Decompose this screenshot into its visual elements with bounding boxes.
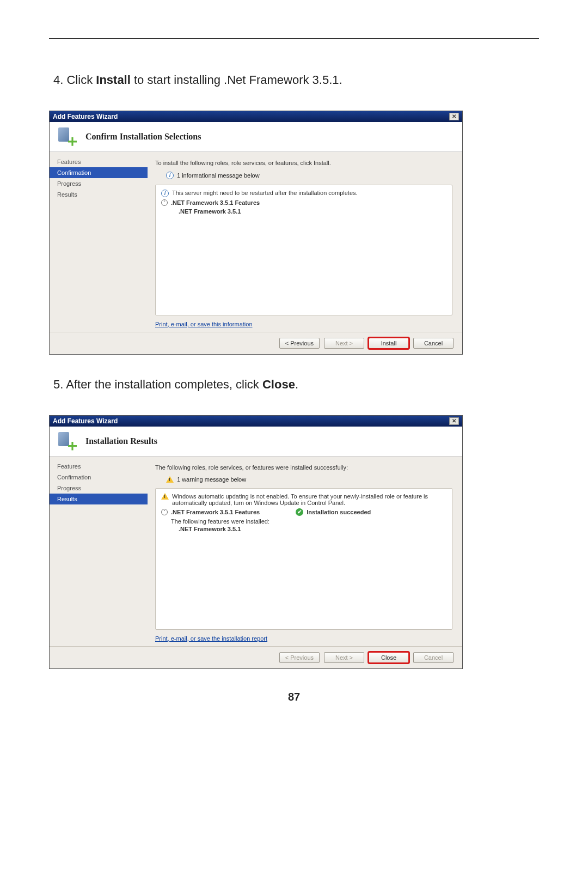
- cancel-button[interactable]: Cancel: [413, 338, 454, 349]
- previous-button[interactable]: < Previous: [279, 338, 320, 349]
- step-5-bold: Close: [262, 378, 295, 391]
- nav-progress[interactable]: Progress: [50, 178, 148, 189]
- step-4-bold: Install: [96, 73, 131, 87]
- next-button: Next >: [324, 338, 364, 349]
- step-5-number: 5.: [53, 378, 63, 391]
- close-icon[interactable]: ✕: [449, 113, 459, 120]
- cancel-button: Cancel: [413, 652, 454, 663]
- step-4-number: 4.: [53, 73, 63, 87]
- previous-button: < Previous: [279, 652, 320, 663]
- wizard2-main: The following roles, role services, or f…: [148, 457, 462, 646]
- wizard2-msg-count: 1 warning message below: [166, 476, 452, 483]
- wizard2-warn-msg: Windows automatic updating is not enable…: [172, 493, 446, 506]
- wizard1-msg-count-text: 1 informational message below: [177, 172, 260, 179]
- wizard2-msg-count-text: 1 warning message below: [177, 476, 246, 483]
- step-4-text: 4. Click Install to start installing .Ne…: [53, 72, 539, 89]
- wizard1-feature-heading: .NET Framework 3.5.1 Features: [171, 199, 260, 206]
- step-4-post: to start installing .Net Framework 3.5.1…: [131, 73, 342, 87]
- page-rule: [49, 38, 539, 39]
- warning-icon: [161, 493, 169, 500]
- nav-features[interactable]: Features: [50, 156, 148, 167]
- wizard1-footer: < Previous Next > Install Cancel: [50, 332, 462, 354]
- next-button: Next >: [324, 652, 364, 663]
- wizard2-intro: The following roles, role services, or f…: [155, 464, 452, 471]
- wizard1-title: Add Features Wizard: [53, 113, 118, 120]
- wizard2-header-title: Installation Results: [85, 436, 157, 446]
- info-icon: i: [166, 172, 174, 179]
- collapse-icon[interactable]: ˄: [161, 199, 168, 206]
- success-icon: ✔: [296, 508, 303, 516]
- wizard1-msg-count: i 1 informational message below: [166, 172, 452, 179]
- step-5-pre: After the installation completes, click: [66, 378, 262, 391]
- wizard-icon: [56, 127, 77, 146]
- nav-confirmation[interactable]: Confirmation: [50, 472, 148, 483]
- wizard2-titlebar[interactable]: Add Features Wizard ✕: [50, 416, 462, 427]
- wizard2-sidebar: Features Confirmation Progress Results: [50, 457, 148, 646]
- wizard-confirm-installation: Add Features Wizard ✕ Confirm Installati…: [49, 111, 463, 355]
- wizard-installation-results: Add Features Wizard ✕ Installation Resul…: [49, 415, 463, 669]
- wizard1-main: To install the following roles, role ser…: [148, 152, 462, 332]
- wizard2-title: Add Features Wizard: [53, 417, 118, 425]
- wizard2-feature-box: Windows automatic updating is not enable…: [155, 488, 452, 630]
- wizard1-warn-msg: This server might need to be restarted a…: [172, 190, 358, 196]
- wizard2-feature-heading: .NET Framework 3.5.1 Features: [171, 509, 260, 515]
- nav-results[interactable]: Results: [50, 494, 148, 504]
- step-5-post: .: [295, 378, 298, 391]
- wizard1-header: Confirm Installation Selections: [50, 122, 462, 152]
- wizard2-header: Installation Results: [50, 427, 462, 457]
- wizard2-print-link[interactable]: Print, e-mail, or save the installation …: [155, 635, 267, 642]
- step-4-pre: Click: [66, 73, 96, 87]
- wizard1-header-title: Confirm Installation Selections: [85, 132, 201, 142]
- close-icon[interactable]: ✕: [449, 417, 459, 425]
- wizard2-sub-intro: The following features were installed:: [171, 518, 446, 525]
- nav-confirmation[interactable]: Confirmation: [50, 167, 148, 178]
- collapse-icon[interactable]: ˄: [161, 509, 168, 515]
- wizard-icon: [56, 432, 77, 451]
- step-5-text: 5. After the installation completes, cli…: [53, 376, 539, 393]
- wizard2-feature-sub: .NET Framework 3.5.1: [179, 526, 446, 532]
- wizard1-feature-sub: .NET Framework 3.5.1: [179, 208, 446, 215]
- nav-progress[interactable]: Progress: [50, 483, 148, 494]
- warning-icon: [166, 476, 174, 483]
- wizard1-print-link[interactable]: Print, e-mail, or save this information: [155, 321, 253, 327]
- close-button[interactable]: Close: [369, 652, 409, 663]
- nav-features[interactable]: Features: [50, 461, 148, 472]
- install-button[interactable]: Install: [369, 338, 409, 349]
- wizard2-success-label: Installation succeeded: [307, 509, 371, 515]
- wizard1-intro: To install the following roles, role ser…: [155, 160, 452, 166]
- nav-results[interactable]: Results: [50, 189, 148, 200]
- info-icon: i: [161, 190, 169, 197]
- wizard1-titlebar[interactable]: Add Features Wizard ✕: [50, 111, 462, 122]
- wizard1-sidebar: Features Confirmation Progress Results: [50, 152, 148, 332]
- wizard1-feature-box: i This server might need to be restarted…: [155, 185, 452, 315]
- page-number: 87: [49, 691, 539, 703]
- wizard2-footer: < Previous Next > Close Cancel: [50, 646, 462, 668]
